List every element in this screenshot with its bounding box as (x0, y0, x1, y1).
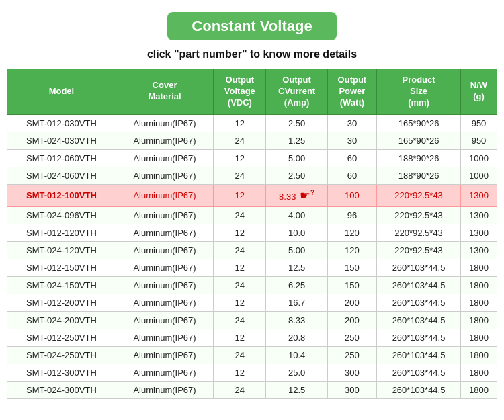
cell-power: 250 (327, 329, 376, 346)
cell-model[interactable]: SMT-024-150VTH (7, 276, 116, 294)
cell-nw: 1800 (461, 294, 497, 311)
table-row[interactable]: SMT-012-060VTHAluminum(IP67)125.0060188*… (7, 149, 497, 167)
table-row[interactable]: SMT-012-250VTHAluminum(IP67)1220.8250260… (7, 329, 497, 346)
table-row[interactable]: SMT-024-300VTHAluminum(IP67)2412.5300260… (7, 381, 497, 398)
cell-voltage: 24 (214, 311, 266, 329)
cell-model[interactable]: SMT-024-250VTH (7, 346, 116, 364)
cell-current: 5.00 (266, 149, 327, 167)
cell-voltage: 24 (214, 167, 266, 184)
cell-power: 30 (327, 132, 376, 149)
table-row[interactable]: SMT-024-200VTHAluminum(IP67)248.33200260… (7, 311, 497, 329)
cell-model[interactable]: SMT-024-060VTH (7, 167, 116, 184)
cell-power: 60 (327, 167, 376, 184)
table-row[interactable]: SMT-024-030VTHAluminum(IP67)241.2530165*… (7, 132, 497, 149)
cell-cover: Aluminum(IP67) (116, 149, 213, 167)
cell-model[interactable]: SMT-024-200VTH (7, 311, 116, 329)
cell-voltage: 24 (214, 206, 266, 224)
cell-size: 220*92.5*43 (377, 184, 461, 206)
cell-cover: Aluminum(IP67) (116, 311, 213, 329)
title-badge-wrapper: Constant Voltage (7, 12, 497, 40)
table-header-row: Model CoverMaterial OutputVoltage(VDC) O… (7, 69, 497, 115)
cell-nw: 1300 (461, 206, 497, 224)
table-row[interactable]: SMT-024-250VTHAluminum(IP67)2410.4250260… (7, 346, 497, 364)
cell-current: 10.4 (266, 346, 327, 364)
table-row[interactable]: SMT-012-200VTHAluminum(IP67)1216.7200260… (7, 294, 497, 311)
constant-voltage-badge: Constant Voltage (167, 12, 336, 40)
cell-cover: Aluminum(IP67) (116, 346, 213, 364)
cell-voltage: 24 (214, 276, 266, 294)
cell-cover: Aluminum(IP67) (116, 114, 213, 132)
cell-power: 300 (327, 364, 376, 381)
cell-voltage: 12 (214, 329, 266, 346)
cell-voltage: 12 (214, 364, 266, 381)
cell-model[interactable]: SMT-024-120VTH (7, 241, 116, 259)
cell-current: 6.25 (266, 276, 327, 294)
cell-voltage: 12 (214, 259, 266, 276)
cell-cover: Aluminum(IP67) (116, 224, 213, 241)
cell-size: 260*103*44.5 (377, 276, 461, 294)
table-row[interactable]: SMT-024-120VTHAluminum(IP67)245.00120220… (7, 241, 497, 259)
cell-size: 260*103*44.5 (377, 311, 461, 329)
cell-voltage: 12 (214, 224, 266, 241)
cell-voltage: 12 (214, 114, 266, 132)
cell-size: 260*103*44.5 (377, 259, 461, 276)
cell-current: 10.0 (266, 224, 327, 241)
cell-nw: 1800 (461, 329, 497, 346)
cell-cover: Aluminum(IP67) (116, 167, 213, 184)
cell-nw: 1000 (461, 167, 497, 184)
cell-current: 5.00 (266, 241, 327, 259)
cell-model[interactable]: SMT-012-300VTH (7, 364, 116, 381)
cell-nw: 950 (461, 114, 497, 132)
cell-current: 8.33 (266, 311, 327, 329)
table-row[interactable]: SMT-012-030VTHAluminum(IP67)122.5030165*… (7, 114, 497, 132)
cell-model[interactable]: SMT-012-030VTH (7, 114, 116, 132)
cell-nw: 1300 (461, 184, 497, 206)
cell-cover: Aluminum(IP67) (116, 241, 213, 259)
cell-model[interactable]: SMT-012-120VTH (7, 224, 116, 241)
col-current: OutputCVurrent(Amp) (266, 69, 327, 115)
table-row[interactable]: SMT-024-060VTHAluminum(IP67)242.5060188*… (7, 167, 497, 184)
cell-power: 200 (327, 311, 376, 329)
cell-model[interactable]: SMT-024-030VTH (7, 132, 116, 149)
cell-cover: Aluminum(IP67) (116, 294, 213, 311)
cell-model[interactable]: SMT-012-100VTH (7, 184, 116, 206)
cell-nw: 1000 (461, 149, 497, 167)
cell-cover: Aluminum(IP67) (116, 364, 213, 381)
col-power: OutputPower(Watt) (327, 69, 376, 115)
cell-current: 25.0 (266, 364, 327, 381)
cell-cover: Aluminum(IP67) (116, 329, 213, 346)
cell-cover: Aluminum(IP67) (116, 132, 213, 149)
product-table: Model CoverMaterial OutputVoltage(VDC) O… (7, 69, 497, 399)
cell-current: 20.8 (266, 329, 327, 346)
cell-power: 250 (327, 346, 376, 364)
table-row[interactable]: SMT-012-120VTHAluminum(IP67)1210.0120220… (7, 224, 497, 241)
table-row[interactable]: SMT-012-300VTHAluminum(IP67)1225.0300260… (7, 364, 497, 381)
table-row[interactable]: SMT-012-100VTHAluminum(IP67)128.33 ☛?100… (7, 184, 497, 206)
cell-model[interactable]: SMT-024-300VTH (7, 381, 116, 398)
cell-power: 100 (327, 184, 376, 206)
cell-power: 60 (327, 149, 376, 167)
cell-voltage: 12 (214, 294, 266, 311)
cell-current: 2.50 (266, 167, 327, 184)
cell-current: 12.5 (266, 381, 327, 398)
cell-size: 165*90*26 (377, 114, 461, 132)
cell-nw: 1800 (461, 381, 497, 398)
cell-nw: 1800 (461, 276, 497, 294)
cell-model[interactable]: SMT-012-150VTH (7, 259, 116, 276)
cell-current: 8.33 ☛? (266, 184, 327, 206)
cell-nw: 1800 (461, 346, 497, 364)
cell-model[interactable]: SMT-012-060VTH (7, 149, 116, 167)
cell-model[interactable]: SMT-024-096VTH (7, 206, 116, 224)
table-row[interactable]: SMT-012-150VTHAluminum(IP67)1212.5150260… (7, 259, 497, 276)
table-row[interactable]: SMT-024-096VTHAluminum(IP67)244.0096220*… (7, 206, 497, 224)
cell-power: 150 (327, 259, 376, 276)
cell-size: 220*92.5*43 (377, 206, 461, 224)
table-row[interactable]: SMT-024-150VTHAluminum(IP67)246.25150260… (7, 276, 497, 294)
cell-model[interactable]: SMT-012-200VTH (7, 294, 116, 311)
cell-nw: 1300 (461, 224, 497, 241)
cell-model[interactable]: SMT-012-250VTH (7, 329, 116, 346)
cell-power: 150 (327, 276, 376, 294)
cell-cover: Aluminum(IP67) (116, 206, 213, 224)
cell-current: 4.00 (266, 206, 327, 224)
cell-nw: 1800 (461, 364, 497, 381)
